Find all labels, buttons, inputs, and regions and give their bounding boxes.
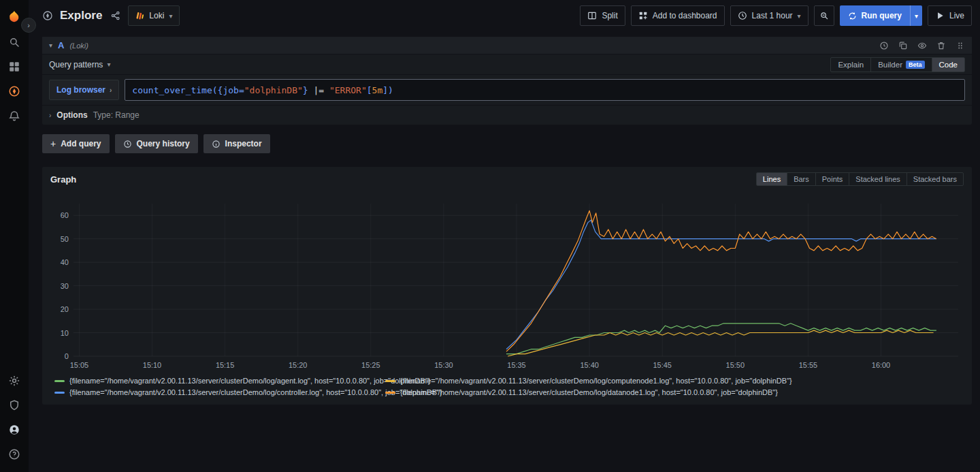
query-history-button[interactable]: Query history [115, 134, 198, 153]
editor-mode-explain[interactable]: Explain [831, 58, 870, 72]
svg-text:16:00: 16:00 [872, 361, 890, 369]
query-row-actions [879, 41, 965, 50]
alerting-bell-icon[interactable] [0, 104, 29, 128]
add-to-dashboard-button[interactable]: Add to dashboard [631, 5, 725, 26]
chevron-down-icon: ▾ [798, 12, 801, 20]
run-query-label: Run query [862, 11, 902, 20]
add-query-button[interactable]: + Add query [42, 134, 110, 153]
svg-text:40: 40 [61, 258, 69, 266]
live-button[interactable]: Live [928, 5, 972, 26]
settings-gear-icon[interactable] [0, 368, 29, 393]
toolbar-right-actions: Split Add to dashboard Last 1 hour ▾ [580, 5, 972, 26]
query-datasource-hint: (Loki) [69, 42, 88, 50]
graph-mode-stacked-lines[interactable]: Stacked lines [849, 173, 906, 185]
run-query-button[interactable]: Run query ▾ [840, 5, 922, 26]
graph-mode-points[interactable]: Points [815, 173, 849, 185]
legend-item[interactable]: {filename="/home/vagrant/v2.00.11.13/ser… [385, 388, 964, 396]
graph-legend: {filename="/home/vagrant/v2.00.11.13/ser… [54, 377, 964, 396]
log-browser-button[interactable]: Log browser › [49, 80, 119, 100]
dashboards-icon[interactable] [0, 54, 29, 79]
svg-text:15:40: 15:40 [580, 361, 598, 369]
plus-icon: + [50, 138, 56, 149]
editor-mode-switch: Explain BuilderBeta Code [830, 57, 965, 72]
datasource-picker[interactable]: Loki ▾ [128, 5, 180, 26]
query-patterns-row: Query patterns ▾ Explain BuilderBeta Cod… [42, 54, 972, 75]
legend-label: {filename="/home/vagrant/v2.00.11.13/ser… [400, 377, 792, 385]
svg-text:15:20: 15:20 [289, 361, 307, 369]
legend-item[interactable]: {filename="/home/vagrant/v2.00.11.13/ser… [54, 388, 385, 396]
query-ref-id: A [58, 40, 64, 50]
zoom-out-icon [819, 11, 829, 20]
security-shield-icon[interactable] [0, 393, 29, 418]
svg-text:15:05: 15:05 [70, 361, 88, 369]
graph-mode-stacked-bars[interactable]: Stacked bars [906, 173, 963, 185]
duplicate-query-icon[interactable] [898, 41, 908, 50]
split-button[interactable]: Split [580, 5, 625, 26]
chevron-right-icon: › [110, 86, 112, 94]
graph-panel: Graph LinesBarsPointsStacked linesStacke… [42, 167, 972, 405]
query-expression-input[interactable]: count_over_time({job="dolphinDB"} |= "ER… [125, 79, 965, 101]
hide-query-eye-icon[interactable] [917, 41, 927, 50]
svg-text:15:35: 15:35 [507, 361, 525, 369]
app-root: › [0, 0, 980, 472]
collapse-chevron-icon[interactable]: ▾ [49, 42, 52, 49]
legend-item[interactable]: {filename="/home/vagrant/v2.00.11.13/ser… [385, 377, 964, 385]
chevron-down-icon: ▾ [107, 61, 110, 68]
drag-handle-icon[interactable] [956, 41, 965, 50]
graph-mode-lines[interactable]: Lines [757, 173, 787, 185]
query-row-header: ▾ A (Loki) [42, 37, 972, 54]
graph-title: Graph [50, 174, 76, 185]
help-icon[interactable] [0, 442, 29, 467]
query-input-row: Log browser › count_over_time({job="dolp… [42, 75, 972, 106]
user-avatar[interactable] [0, 418, 29, 442]
svg-text:15:30: 15:30 [434, 361, 453, 369]
explore-compass-icon[interactable] [0, 79, 29, 104]
svg-text:15:10: 15:10 [143, 361, 161, 369]
legend-swatch [385, 380, 395, 382]
inspector-button[interactable]: Inspector [203, 134, 270, 153]
remove-query-trash-icon[interactable] [936, 41, 946, 50]
explore-header-compass-icon [42, 10, 53, 21]
run-query-dropdown[interactable]: ▾ [910, 5, 922, 26]
log-browser-label: Log browser [56, 85, 105, 95]
svg-text:60: 60 [61, 211, 69, 219]
svg-text:15:50: 15:50 [726, 361, 745, 369]
legend-label: {filename="/home/vagrant/v2.00.11.13/ser… [69, 377, 430, 385]
svg-text:15:55: 15:55 [799, 361, 817, 369]
options-label: Options [56, 110, 87, 120]
query-editor-panel: ▾ A (Loki) Query patterns ▾ Explain Buil… [42, 37, 972, 125]
graph-header: Graph LinesBarsPointsStacked linesStacke… [50, 172, 964, 186]
editor-mode-builder[interactable]: BuilderBeta [870, 58, 931, 72]
query-options-row[interactable]: › Options Type: Range [42, 106, 972, 125]
zoom-out-button[interactable] [814, 5, 834, 26]
add-to-dashboard-label: Add to dashboard [653, 11, 717, 20]
graph-mode-bars[interactable]: Bars [787, 173, 815, 185]
svg-text:10: 10 [61, 329, 69, 337]
share-icon[interactable] [110, 10, 121, 21]
legend-item[interactable]: {filename="/home/vagrant/v2.00.11.13/ser… [54, 377, 385, 385]
svg-text:15:15: 15:15 [216, 361, 234, 369]
dashboard-add-icon [638, 11, 648, 20]
editor-mode-code[interactable]: Code [932, 58, 965, 72]
query-history-row-icon[interactable] [879, 41, 889, 50]
datasource-name: Loki [149, 11, 164, 20]
chevron-right-icon: › [49, 112, 51, 119]
chevron-down-icon: ▾ [915, 12, 918, 20]
graph-mode-toggle: LinesBarsPointsStacked linesStacked bars [756, 172, 964, 186]
nav-sidebar: › [0, 0, 29, 472]
svg-text:50: 50 [61, 235, 69, 243]
search-icon[interactable] [0, 30, 29, 54]
legend-label: {filename="/home/vagrant/v2.00.11.13/ser… [400, 388, 778, 396]
refresh-icon [848, 12, 857, 20]
history-clock-icon [123, 140, 132, 148]
live-label: Live [949, 11, 964, 20]
time-range-picker[interactable]: Last 1 hour ▾ [730, 5, 808, 26]
clock-icon [738, 11, 747, 20]
sidebar-expand-button[interactable]: › [21, 18, 36, 33]
timeseries-chart[interactable]: 15:0515:1015:1515:2015:2515:3015:3515:40… [50, 195, 964, 374]
svg-text:20: 20 [61, 305, 69, 313]
split-icon [587, 11, 597, 20]
legend-swatch [385, 392, 395, 394]
query-expression: count_over_time({job="dolphinDB"} |= "ER… [132, 85, 393, 95]
query-patterns-label[interactable]: Query patterns [49, 60, 103, 69]
